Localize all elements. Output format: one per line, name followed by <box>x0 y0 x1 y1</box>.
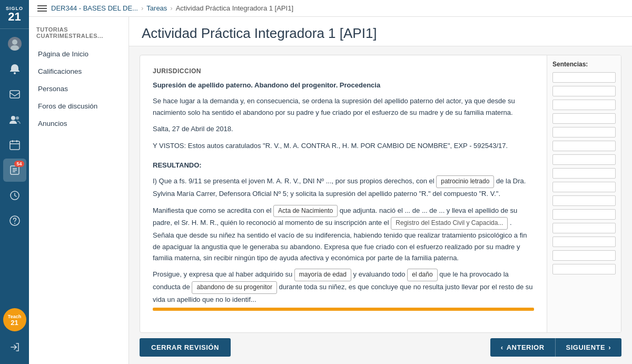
highlight-bar <box>153 308 534 311</box>
doc-text-area[interactable]: JURISDICCION Supresión de apellido pater… <box>140 55 547 332</box>
sidebar-bottom: Teach 21 <box>3 306 26 364</box>
people-icon[interactable] <box>3 108 26 131</box>
doc-paragraph4: Prosigue, y expresa que al haber adquiri… <box>153 269 534 310</box>
sentence-box[interactable] <box>552 168 616 179</box>
teach-number: 21 <box>11 319 18 326</box>
breadcrumb-course[interactable]: DER344 - BASES DEL DE... <box>51 4 138 12</box>
anterior-label: ANTERIOR <box>507 343 545 351</box>
jurisdiction-title: JURISDICCION <box>153 66 534 76</box>
sentence-box[interactable] <box>552 195 616 206</box>
close-review-button[interactable]: CERRAR REVISIÓN <box>140 338 231 357</box>
breadcrumb: DER344 - BASES DEL DE... › Tareas › Acti… <box>51 4 293 12</box>
sentence-box[interactable] <box>552 209 616 220</box>
content-area: TUTORIAS CUATRIMESTRALES... Página de In… <box>29 17 632 364</box>
header: DER344 - BASES DEL DE... › Tareas › Acti… <box>29 0 632 17</box>
inbox-icon[interactable] <box>3 83 26 106</box>
svg-point-2 <box>11 45 19 51</box>
doc-subtitle: Supresión de apellido paterno. Abandono … <box>153 80 534 91</box>
main-content: DER344 - BASES DEL DE... › Tareas › Acti… <box>29 0 632 364</box>
badge-count: 54 <box>14 161 24 167</box>
tag-mayoria[interactable]: mayoría de edad <box>294 269 351 281</box>
page-title: Actividad Práctica Integradora 1 [API1] <box>142 25 619 42</box>
breadcrumb-sep1: › <box>141 4 143 12</box>
anterior-chevron: ‹ <box>501 343 503 351</box>
sentence-box[interactable] <box>552 113 616 124</box>
notifications-icon[interactable] <box>3 57 26 81</box>
sentence-box[interactable] <box>552 86 616 96</box>
tag-abandono[interactable]: abandono de su progenitor <box>192 281 276 294</box>
svg-point-16 <box>14 223 15 224</box>
svg-rect-4 <box>10 91 19 98</box>
sentence-box[interactable] <box>552 223 616 233</box>
breadcrumb-activity: Actividad Práctica Integradora 1 [API1] <box>176 4 293 12</box>
svg-point-3 <box>14 72 16 74</box>
tag-patrocinio[interactable]: patrocinio letrado <box>436 175 494 188</box>
left-nav: TUTORIAS CUATRIMESTRALES... Página de In… <box>29 17 129 364</box>
doc-vistos: Y VISTOS: Estos autos caratulados "R. V.… <box>153 140 534 151</box>
doc-p2a: I) Que a fs. 9/11 se presenta el joven M… <box>153 177 434 185</box>
doc-date: Salta, 27 de Abril de 2018. <box>153 123 534 134</box>
doc-p4b: y evaluando todo <box>353 270 406 278</box>
siguiente-label: SIGUIENTE <box>566 343 606 351</box>
siguiente-button[interactable]: SIGUIENTE › <box>556 338 621 357</box>
tasks-icon[interactable]: 54 <box>3 159 26 182</box>
left-nav-header: TUTORIAS CUATRIMESTRALES... <box>29 23 129 45</box>
sentences-title: Sentencias: <box>552 61 616 68</box>
svg-point-5 <box>11 116 15 120</box>
page-title-bar: Actividad Práctica Integradora 1 [API1] <box>129 17 632 46</box>
main-panel: Actividad Práctica Integradora 1 [API1] … <box>129 17 632 364</box>
nav-item-calificaciones[interactable]: Calificaciones <box>29 63 129 80</box>
doc-sidebar: Sentencias: <box>547 55 621 332</box>
doc-paragraph2: I) Que a fs. 9/11 se presenta el joven M… <box>153 175 534 199</box>
nav-item-foros[interactable]: Foros de discusión <box>29 97 129 115</box>
breadcrumb-sep2: › <box>170 4 172 12</box>
app-logo: SIGLO 21 <box>0 0 29 29</box>
help-icon[interactable] <box>3 209 26 232</box>
tag-dano[interactable]: el daño <box>407 269 437 281</box>
doc-resultando: RESULTANDO: <box>153 160 534 171</box>
sentence-box[interactable] <box>552 250 616 261</box>
sentence-box[interactable] <box>552 237 616 247</box>
calendar-icon[interactable] <box>3 133 26 156</box>
avatar-icon[interactable] <box>3 32 26 55</box>
sentence-box[interactable] <box>552 154 616 165</box>
doc-paragraph1: Se hace lugar a la demanda y, en consecu… <box>153 95 534 118</box>
siguiente-chevron: › <box>608 343 611 351</box>
sidebar: SIGLO 21 <box>0 0 29 364</box>
sentence-box[interactable] <box>552 72 616 83</box>
doc-paragraph3: Manifiesta que como se acredita con el A… <box>153 205 534 264</box>
teach-label: Teach <box>8 314 21 319</box>
nav-item-personas[interactable]: Personas <box>29 80 129 97</box>
sentence-box[interactable] <box>552 182 616 192</box>
breadcrumb-tareas[interactable]: Tareas <box>146 4 167 12</box>
logo-number: 21 <box>8 11 21 23</box>
svg-point-6 <box>16 116 19 120</box>
svg-point-1 <box>12 40 17 45</box>
doc-frame: JURISDICCION Supresión de apellido pater… <box>140 55 621 333</box>
doc-p3a: Manifiesta que como se acredita con el <box>153 206 271 214</box>
hamburger-menu[interactable] <box>37 5 47 12</box>
tag-registro[interactable]: Registro del Estado Civil y Capacida... <box>391 217 508 230</box>
anterior-button[interactable]: ‹ ANTERIOR <box>490 338 556 357</box>
history-icon[interactable] <box>3 184 26 207</box>
nav-item-anuncios[interactable]: Anuncios <box>29 115 129 132</box>
sentence-box[interactable] <box>552 141 616 151</box>
sentence-box[interactable] <box>552 264 616 274</box>
sentence-box[interactable] <box>552 100 616 110</box>
doc-p4a: Prosigue, y expresa que al haber adquiri… <box>153 270 292 278</box>
nav-item-inicio[interactable]: Página de Inicio <box>29 45 129 63</box>
bottom-toolbar: CERRAR REVISIÓN ‹ ANTERIOR SIGUIENTE › <box>129 333 632 364</box>
sentence-box[interactable] <box>552 127 616 137</box>
tag-acta[interactable]: Acta de Nacimiento <box>273 205 338 218</box>
teach-badge[interactable]: Teach 21 <box>3 308 26 331</box>
svg-rect-7 <box>10 141 19 150</box>
logout-icon[interactable] <box>3 336 26 359</box>
doc-container: JURISDICCION Supresión de apellido pater… <box>129 46 632 333</box>
nav-buttons: ‹ ANTERIOR SIGUIENTE › <box>490 338 621 357</box>
